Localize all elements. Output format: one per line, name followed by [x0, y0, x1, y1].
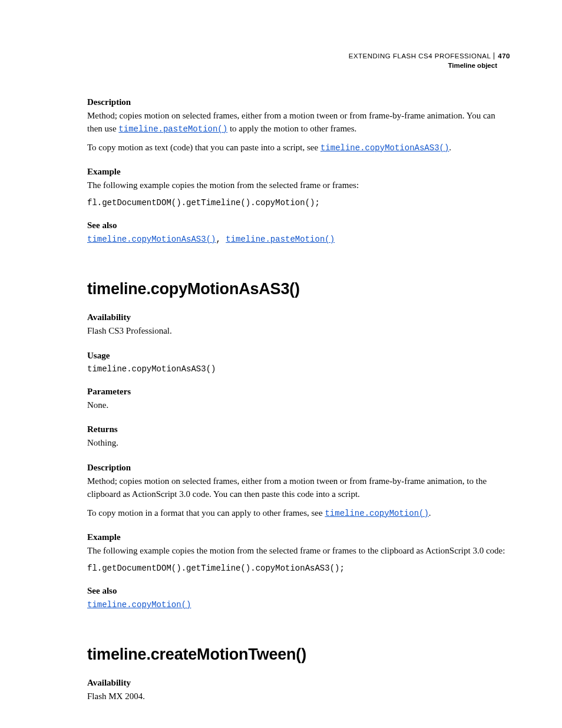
parameters-heading: Parameters — [87, 387, 510, 397]
header-line-1: EXTENDING FLASH CS4 PROFESSIONAL470 — [87, 52, 510, 61]
parameters-paragraph: None. — [87, 399, 510, 412]
availability-heading: Availability — [87, 312, 510, 322]
usage-code: timeline.copyMotionAsAS3() — [87, 364, 510, 374]
link-copymotion[interactable]: timeline.copyMotion() — [325, 509, 428, 518]
separator: , — [216, 235, 226, 244]
example-heading: Example — [87, 167, 510, 177]
example-paragraph: The following example copies the motion … — [87, 545, 510, 558]
availability-heading: Availability — [87, 678, 510, 688]
seealso-heading: See also — [87, 586, 510, 596]
usage-heading: Usage — [87, 351, 510, 361]
section-title-createmotiontween: timeline.createMotionTween() — [87, 645, 510, 664]
doc-title: EXTENDING FLASH CS4 PROFESSIONAL — [349, 52, 491, 60]
description-heading: Description — [87, 97, 510, 107]
seealso-heading: See also — [87, 220, 510, 230]
example-code: fl.getDocumentDOM().getTimeline().copyMo… — [87, 564, 510, 573]
description-paragraph-1: Method; copies motion on selected frames… — [87, 475, 510, 501]
text: . — [429, 508, 431, 518]
text: to apply the motion to other frames. — [227, 124, 356, 133]
example-paragraph: The following example copies the motion … — [87, 179, 510, 192]
header-section: Timeline object — [87, 61, 497, 71]
link-copymotionasas3[interactable]: timeline.copyMotionAsAS3() — [320, 143, 449, 153]
page: EXTENDING FLASH CS4 PROFESSIONAL470 Time… — [0, 0, 562, 728]
availability-paragraph: Flash CS3 Professional. — [87, 325, 510, 338]
link-pastemotion[interactable]: timeline.pasteMotion() — [118, 124, 227, 134]
link-copymotion[interactable]: timeline.copyMotion() — [87, 600, 191, 610]
link-copymotionasas3[interactable]: timeline.copyMotionAsAS3() — [87, 235, 216, 244]
page-number: 470 — [494, 52, 510, 60]
example-code: fl.getDocumentDOM().getTimeline().copyMo… — [87, 198, 510, 207]
example-heading: Example — [87, 532, 510, 542]
text: To copy motion in a format that you can … — [87, 508, 325, 518]
description-heading: Description — [87, 463, 510, 473]
availability-paragraph: Flash MX 2004. — [87, 690, 510, 703]
text: . — [449, 143, 451, 152]
returns-heading: Returns — [87, 424, 510, 434]
seealso-links: timeline.copyMotionAsAS3(), timeline.pas… — [87, 233, 510, 246]
description-paragraph-1: Method; copies motion on selected frames… — [87, 110, 510, 136]
description-paragraph-2: To copy motion as text (code) that you c… — [87, 141, 510, 154]
link-pastemotion[interactable]: timeline.pasteMotion() — [226, 235, 335, 244]
page-header: EXTENDING FLASH CS4 PROFESSIONAL470 Time… — [87, 52, 510, 70]
text: To copy motion as text (code) that you c… — [87, 143, 320, 152]
seealso-links: timeline.copyMotion() — [87, 598, 510, 611]
section-title-copymotionasas3: timeline.copyMotionAsAS3() — [87, 280, 510, 298]
description-paragraph-2: To copy motion in a format that you can … — [87, 507, 510, 520]
returns-paragraph: Nothing. — [87, 437, 510, 450]
